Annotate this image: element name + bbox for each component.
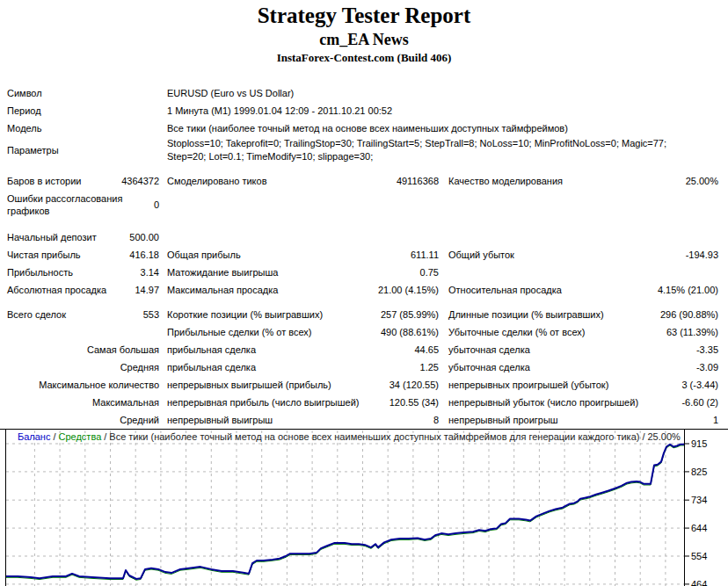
row-label-prefix: Максимальное количество	[39, 380, 159, 390]
y-axis-label: 644	[691, 523, 707, 533]
row-label: Начальный депозит	[7, 232, 97, 242]
row-label: непрерывная прибыль (число выигрышей)	[167, 397, 360, 408]
strategy-tester-report-page: Strategy Tester Report cm_EA News InstaF…	[0, 0, 728, 586]
chart-legend: Баланс/Средства/Все тики (наиболее точны…	[18, 431, 681, 442]
col2-cell: Прибыльные сделки (% от всех)490 (88.61%…	[161, 323, 444, 341]
table-row: Баров в истории4364372Смоделировано тико…	[0, 172, 728, 190]
col1-cell: Максимальная	[0, 394, 161, 411]
row-label: непрерывный выигрыш	[167, 415, 273, 425]
table-row: СимволEURUSD (Euro vs US Dollar)	[0, 84, 728, 102]
legend-quality-label: 25.00%	[647, 431, 680, 442]
table-row: Максимальное количествонепрерывных выигр…	[0, 376, 728, 394]
row-label: Баров в истории	[7, 176, 81, 186]
y-axis-label: 464	[691, 579, 707, 586]
col1-cell: Модель	[0, 119, 161, 137]
row-value: -6.60 (2)	[681, 397, 718, 408]
y-axis-label: 554	[691, 551, 707, 561]
table-spacer	[0, 163, 728, 172]
row-label: непрерывный убыток (число проигрышей)	[448, 397, 638, 408]
row-value: 120.55 (34)	[389, 397, 439, 408]
row-value-wide: 1 Минута (M1) 1999.01.04 12:09 - 2011.10…	[167, 105, 392, 116]
table-row: Прибыльность3.14Матожидание выигрыша0.75	[0, 264, 728, 281]
row-label: Чистая прибыль	[7, 250, 81, 260]
row-value: 1.25	[420, 362, 439, 373]
row-label: Всего сделок	[7, 309, 66, 320]
col3-cell: убыточная сделка-3.35	[444, 341, 728, 358]
col3-cell: непрерывный проигрыш1	[444, 411, 728, 429]
row-label: Абсолютная просадка	[7, 285, 106, 295]
row-value: -194.93	[686, 250, 718, 260]
col1-cell: Параметры	[0, 137, 161, 163]
col3-cell: непрерывный убыток (число проигрышей)-6.…	[444, 394, 728, 411]
row-label: Качество моделирования	[448, 176, 563, 186]
y-axis-label: 915	[691, 438, 707, 449]
col3-cell	[444, 228, 728, 246]
col3-cell	[444, 264, 728, 281]
col2-cell	[161, 228, 444, 246]
legend-separator: /	[642, 431, 644, 442]
row-value: 3.14	[141, 267, 159, 278]
col3-cell: Общий убыток-194.93	[444, 246, 728, 264]
col1-cell: Баров в истории4364372	[0, 172, 161, 190]
row-label: Общий убыток	[448, 250, 514, 260]
report-header: Strategy Tester Report cm_EA News InstaF…	[0, 0, 728, 66]
col1-cell: Прибыльность3.14	[0, 264, 161, 281]
row-label: Максимальная просадка	[167, 285, 278, 295]
col2-cell	[161, 190, 444, 220]
col2-cell: Матожидание выигрыша0.75	[161, 264, 444, 281]
row-value: -3.35	[696, 344, 718, 355]
col3-cell: убыточная сделка-3.09	[444, 358, 728, 376]
row-value: 490 (88.61%)	[381, 327, 439, 337]
row-label: Относительная просадка	[448, 285, 562, 295]
table-row: ПараметрыStoploss=10; Takeprofit=0; Trai…	[0, 137, 728, 163]
table-row: Средняяприбыльная сделка1.25убыточная сд…	[0, 358, 728, 376]
row-label: непрерывных выигрышей (прибыль)	[167, 380, 331, 390]
row-label: Прибыльные сделки (% от всех)	[167, 327, 312, 337]
col1-cell: Средний	[0, 411, 161, 429]
table-row: Начальный депозит500.00	[0, 228, 728, 246]
table-spacer	[0, 299, 728, 306]
table-row: Ошибки рассогласования графиков0	[0, 190, 728, 220]
col1-cell: Символ	[0, 84, 161, 102]
row-label: Матожидание выигрыша	[167, 267, 278, 278]
row-label: убыточная сделка	[448, 362, 530, 373]
table-row: Максимальнаянепрерывная прибыль (число в…	[0, 394, 728, 411]
page-title: Strategy Tester Report	[0, 2, 728, 30]
row-value: 34 (120.55)	[389, 380, 439, 390]
row-label: непрерывный проигрыш	[448, 415, 558, 425]
row-label: Модель	[7, 123, 41, 134]
row-value-wide: Stoploss=10; Takeprofit=0; TrailingStop=…	[167, 137, 666, 163]
row-value: 1	[713, 415, 718, 425]
row-label: Параметры	[7, 145, 59, 156]
row-value: 8	[433, 415, 439, 425]
row-label: непрерывных проигрышей (убыток)	[448, 380, 608, 390]
wide-value-cell: 1 Минута (M1) 1999.01.04 12:09 - 2011.10…	[161, 102, 728, 119]
row-label-prefix: Средняя	[120, 362, 159, 373]
col2-cell: непрерывных выигрышей (прибыль)34 (120.5…	[161, 376, 444, 394]
col2-cell: Максимальная просадка21.00 (4.15%)	[161, 281, 444, 299]
row-value: -3.09	[696, 362, 718, 373]
equity-line	[5, 445, 684, 580]
row-value: 553	[143, 309, 159, 320]
row-value: 611.11	[411, 250, 439, 260]
col1-cell: Чистая прибыль416.18	[0, 246, 161, 264]
row-label: прибыльная сделка	[167, 362, 256, 373]
table-row: Абсолютная просадка14.97Максимальная про…	[0, 281, 728, 299]
row-value-wide: EURUSD (Euro vs US Dollar)	[167, 88, 294, 98]
row-value: 4364372	[121, 176, 159, 186]
row-label: Период	[7, 105, 41, 116]
row-label: Смоделировано тиков	[167, 176, 267, 186]
row-value: 63 (11.39%)	[666, 327, 718, 337]
table-row: Период1 Минута (M1) 1999.01.04 12:09 - 2…	[0, 102, 728, 119]
wide-value-cell: Все тики (наиболее точный метод на основ…	[161, 119, 728, 137]
row-label: Короткие позиции (% выигравших)	[167, 309, 323, 320]
table-row: МодельВсе тики (наиболее точный метод на…	[0, 119, 728, 137]
row-label-prefix: Средний	[120, 415, 159, 425]
row-label: Убыточные сделки (% от всех)	[448, 327, 585, 337]
row-value: 0.75	[420, 267, 439, 278]
legend-separator: /	[53, 431, 55, 442]
col1-cell: Начальный депозит500.00	[0, 228, 161, 246]
col1-cell: Максимальное количество	[0, 376, 161, 394]
row-value: 0	[154, 199, 159, 210]
report-table: СимволEURUSD (Euro vs US Dollar)Период1 …	[0, 84, 728, 429]
